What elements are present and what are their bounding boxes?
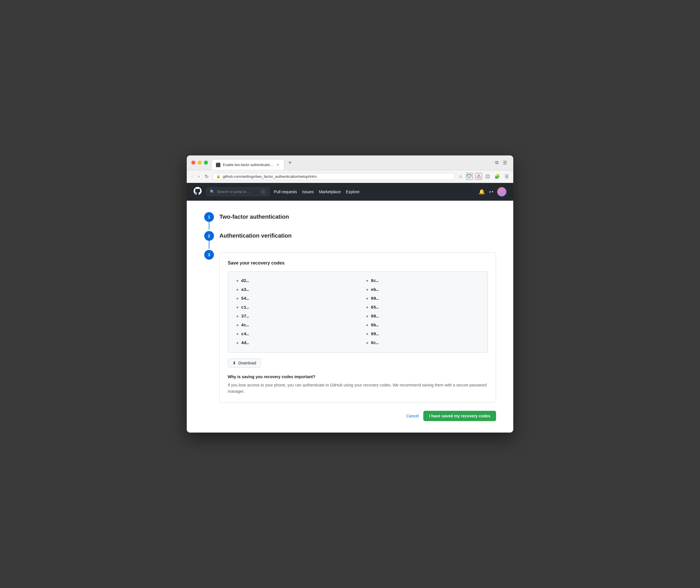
back-button[interactable]: ‹ xyxy=(190,173,194,180)
tab-close-icon[interactable]: ✕ xyxy=(276,163,280,167)
create-button[interactable]: + ▾ xyxy=(489,190,493,194)
code-bullet xyxy=(236,298,238,299)
code-value: 65… xyxy=(371,305,379,310)
marketplace-link[interactable]: Marketplace xyxy=(319,190,340,194)
lock-icon: 🔒 xyxy=(216,174,220,178)
codes-grid-wrapper: d2…8c…a3…eb…54…09…c1…65…37…98…4c…6b…c4…9… xyxy=(228,271,488,353)
recovery-section: Save your recovery codes d2…8c…a3…eb…54…… xyxy=(219,252,496,403)
menu-icon[interactable]: ☰ xyxy=(501,159,509,167)
titlebar: ⬛ Enable two-factor authenticatio… ✕ + ⧉… xyxy=(187,155,513,170)
github-nav: 🔍 Search or jump to… / Pull requests Iss… xyxy=(187,183,513,201)
recovery-code-right-3: 65… xyxy=(366,305,479,310)
step-2-connector: 2 xyxy=(204,231,214,249)
code-value: 37… xyxy=(241,314,249,319)
code-value: c4… xyxy=(241,332,249,337)
extensions-icon[interactable]: ⧉ xyxy=(494,159,500,166)
step-3-content: Save your recovery codes d2…8c…a3…eb…54…… xyxy=(219,250,496,421)
close-button[interactable] xyxy=(191,161,195,165)
traffic-lights xyxy=(191,161,208,165)
step-1-number: 1 xyxy=(208,215,210,219)
warning-icon[interactable]: ⚠ xyxy=(475,173,482,180)
recovery-title: Save your recovery codes xyxy=(228,261,488,266)
step-1-row: 1 Two-factor authentication xyxy=(204,212,496,230)
step-1-connector: 1 xyxy=(204,212,214,230)
code-value: a3… xyxy=(241,287,249,292)
recovery-code-left-4: 37… xyxy=(236,314,349,319)
reload-button[interactable]: ↻ xyxy=(204,173,210,180)
recovery-code-left-5: 4c… xyxy=(236,323,349,328)
code-bullet xyxy=(366,324,368,326)
code-value: 4d… xyxy=(241,341,249,346)
step-1-line xyxy=(209,222,209,230)
why-important-title: Why is saving you recovery codes importa… xyxy=(228,374,488,379)
search-kbd: / xyxy=(261,190,265,194)
recovery-code-left-1: a3… xyxy=(236,287,349,292)
new-tab-button[interactable]: + xyxy=(287,159,293,166)
code-bullet xyxy=(236,289,238,291)
addressbar-right: ☆ 🛡 ⚠ ⊡ 🧩 ☰ xyxy=(458,172,510,181)
recovery-code-right-6: 99… xyxy=(366,332,479,337)
code-value: 54… xyxy=(241,296,249,301)
active-tab[interactable]: ⬛ Enable two-factor authenticatio… ✕ xyxy=(211,159,284,170)
recovery-code-right-4: 98… xyxy=(366,314,479,319)
explore-link[interactable]: Explore xyxy=(346,190,360,194)
issues-link[interactable]: Issues xyxy=(302,190,313,194)
code-value: 8c… xyxy=(371,341,379,346)
extensions-icon[interactable]: 🧩 xyxy=(493,173,501,180)
code-value: d2… xyxy=(241,279,249,283)
code-value: eb… xyxy=(371,287,379,292)
tab-title: Enable two-factor authenticatio… xyxy=(223,163,273,167)
code-value: c1… xyxy=(241,305,249,310)
code-bullet xyxy=(366,315,368,317)
code-value: 8c… xyxy=(371,279,379,283)
minimize-button[interactable] xyxy=(198,161,202,165)
step-2-number: 2 xyxy=(208,234,210,238)
tab-favicon: ⬛ xyxy=(216,163,220,167)
recovery-code-right-5: 6b… xyxy=(366,323,479,328)
addressbar: ‹ › ↻ 🔒 github.com/settings/two_factor_a… xyxy=(187,170,513,183)
recovery-code-right-1: eb… xyxy=(366,287,479,292)
code-bullet xyxy=(236,307,238,308)
user-avatar[interactable] xyxy=(497,187,506,196)
code-bullet xyxy=(366,298,368,299)
code-value: 6b… xyxy=(371,323,379,328)
code-bullet xyxy=(366,280,368,282)
saved-recovery-codes-button[interactable]: I have saved my recovery codes xyxy=(423,411,496,421)
bookmark-icon[interactable]: ☆ xyxy=(458,173,464,180)
pull-requests-link[interactable]: Pull requests xyxy=(274,190,297,194)
step-2-circle: 2 xyxy=(204,231,214,241)
step-3-number: 3 xyxy=(208,252,210,257)
code-bullet xyxy=(236,342,238,344)
github-logo[interactable] xyxy=(194,187,202,197)
brave-shield-icon[interactable]: 🛡 xyxy=(466,173,473,180)
steps-container: 1 Two-factor authentication 2 Authentica… xyxy=(204,212,496,421)
url-text: github.com/settings/two_factor_authentic… xyxy=(223,174,451,179)
notifications-icon[interactable]: 🔔 xyxy=(479,189,485,195)
url-bar[interactable]: 🔒 github.com/settings/two_factor_authent… xyxy=(212,173,455,180)
code-value: 09… xyxy=(371,296,379,301)
tab-area: ⬛ Enable two-factor authenticatio… ✕ + xyxy=(211,157,490,168)
nav-right: 🔔 + ▾ xyxy=(479,187,506,196)
code-value: 99… xyxy=(371,332,379,337)
code-bullet xyxy=(366,342,368,344)
plus-chevron: ▾ xyxy=(492,190,493,193)
main-content: 1 Two-factor authentication 2 Authentica… xyxy=(187,201,513,433)
code-bullet xyxy=(236,280,238,282)
code-bullet xyxy=(236,315,238,317)
nav-links: Pull requests Issues Marketplace Explore xyxy=(274,190,360,194)
cancel-button[interactable]: Cancel xyxy=(406,414,419,418)
recovery-code-left-0: d2… xyxy=(236,279,349,283)
step-1-title: Two-factor authentication xyxy=(219,212,289,220)
download-button[interactable]: ⬇ Download xyxy=(228,358,261,368)
titlebar-controls: ⧉ ☰ xyxy=(494,159,509,167)
code-bullet xyxy=(366,333,368,335)
forward-button[interactable]: › xyxy=(197,173,200,180)
step-2-title: Authentication verification xyxy=(219,231,291,239)
sidebar-icon[interactable]: ⊡ xyxy=(484,172,491,181)
search-bar[interactable]: 🔍 Search or jump to… / xyxy=(206,188,269,196)
code-bullet xyxy=(236,324,238,326)
recovery-code-left-6: c4… xyxy=(236,332,349,337)
maximize-button[interactable] xyxy=(204,161,208,165)
plus-label: + xyxy=(489,190,491,194)
browser-menu-icon[interactable]: ☰ xyxy=(504,173,510,180)
